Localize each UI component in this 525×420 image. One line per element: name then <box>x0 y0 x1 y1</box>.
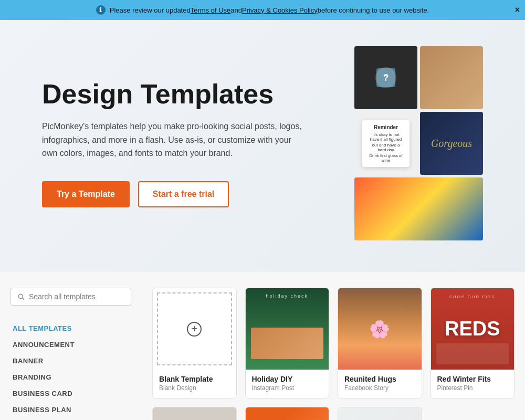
notification-banner: ℹ Please review our updated Terms of Use… <box>0 0 525 20</box>
template-card-city[interactable]: City Woman Collage Video <box>152 407 237 420</box>
reminder-line2: out and have a hard day <box>368 143 404 152</box>
hero-section: Design Templates PicMonkey's templates h… <box>0 20 525 272</box>
hero-image-sunset <box>354 177 483 240</box>
banner-text-before: Please review our updated <box>110 6 191 14</box>
hero-image-reminder: Reminder It's okay to not have it all fi… <box>354 112 417 175</box>
template-info-reds: Red Winter Fits Pinterest Pin <box>431 370 514 398</box>
reds-title: REDS <box>445 318 500 340</box>
template-subtitle-reds: Pinterest Pin <box>437 384 508 392</box>
reminder-title: Reminder <box>368 124 404 130</box>
reds-image-placeholder <box>436 343 509 364</box>
main-content: ALL TEMPLATES ANNOUNCEMENT BANNER BRANDI… <box>0 272 525 420</box>
page-title: Design Templates <box>42 79 304 109</box>
search-icon <box>17 293 25 300</box>
banner-text-after: before continuing to use our website. <box>318 6 429 14</box>
sidebar-item-all-templates[interactable]: ALL TEMPLATES <box>10 320 131 337</box>
reminder-line3: Drink first glass of wine <box>368 153 404 163</box>
sidebar-item-business-card[interactable]: BUSINESS CARD <box>10 385 131 402</box>
story-flower-icon: 🌸 <box>369 319 390 339</box>
template-thumb-reunited: 🌸 <box>338 288 422 370</box>
reminder-card: Reminder It's okay to not have it all fi… <box>362 120 410 167</box>
gorgeous-text: Gorgeous <box>431 138 472 150</box>
template-thumb-bottom-blue: 3 DAYS OF BUSINESS <box>338 407 422 420</box>
template-title-reunited: Reunited Hugs <box>344 375 415 383</box>
template-title-holiday: Holiday DIY <box>252 375 323 383</box>
templates-grid: + Blank Template Blank Design holiday ch… <box>142 272 525 420</box>
template-card-reunited[interactable]: 🌸 Reunited Hugs Facebook Story <box>338 288 422 398</box>
sidebar-navigation: ALL TEMPLATES ANNOUNCEMENT BANNER BRANDI… <box>10 320 131 418</box>
template-info-holiday: Holiday DIY Instagram Post <box>246 370 329 398</box>
template-thumb-blank: + <box>153 288 236 370</box>
sidebar-item-announcement[interactable]: ANNOUNCEMENT <box>10 337 131 353</box>
template-subtitle-holiday: Instagram Post <box>252 384 323 392</box>
hero-image-woman-right-top <box>420 46 483 109</box>
template-card-bottom-orange[interactable] <box>245 407 330 420</box>
try-template-button[interactable]: Try a Template <box>42 181 130 207</box>
template-thumb-city <box>153 407 236 420</box>
hero-image-gorgeous: Gorgeous <box>420 112 483 175</box>
search-input[interactable] <box>29 292 124 301</box>
template-thumb-reds: SHOP OUR FITS REDS <box>431 288 514 370</box>
template-thumb-holiday: holiday check <box>246 288 329 370</box>
template-card-blank[interactable]: + Blank Template Blank Design <box>152 288 237 398</box>
holiday-photo <box>251 328 324 359</box>
hero-images: ? Reminder It's okay to not have it all … <box>354 46 483 240</box>
sidebar-item-business-plan[interactable]: BUSINESS PLAN <box>10 402 131 418</box>
close-banner-button[interactable]: × <box>515 5 520 15</box>
start-trial-button[interactable]: Start a free trial <box>138 181 229 207</box>
template-subtitle-blank: Blank Design <box>159 384 230 392</box>
template-card-holiday[interactable]: holiday check Holiday DIY Instagram Post <box>245 288 330 398</box>
template-thumb-bottom-orange <box>246 407 329 420</box>
reminder-line1: It's okay to not have it all figured <box>368 132 404 142</box>
template-info-reunited: Reunited Hugs Facebook Story <box>338 370 422 398</box>
search-box[interactable] <box>10 288 131 306</box>
svg-line-1 <box>23 298 24 300</box>
template-card-reds[interactable]: SHOP OUR FITS REDS Red Winter Fits Pinte… <box>430 288 515 398</box>
holiday-top-text: holiday check <box>246 293 329 299</box>
blank-thumb: + <box>157 292 232 365</box>
terms-link[interactable]: Terms of Use <box>191 6 231 14</box>
reds-shop-label: SHOP OUR FITS <box>431 295 514 299</box>
privacy-link[interactable]: Privacy & Cookies Policy <box>242 6 318 14</box>
template-card-bottom-blue[interactable]: 3 DAYS OF BUSINESS <box>338 407 422 420</box>
template-info-blank: Blank Template Blank Design <box>153 370 236 398</box>
plus-icon: + <box>187 322 202 337</box>
template-subtitle-reunited: Facebook Story <box>344 384 415 392</box>
banner-text-middle: and <box>230 6 242 14</box>
sidebar-item-banner[interactable]: BANNER <box>10 353 131 369</box>
hero-image-makeup: ? <box>354 46 417 109</box>
template-title-blank: Blank Template <box>159 375 230 383</box>
sidebar-item-branding[interactable]: BRANDING <box>10 369 131 385</box>
hero-description: PicMonkey's templates help you make pro-… <box>42 120 304 160</box>
calendar-thumb-bg: 3 DAYS OF BUSINESS <box>338 407 422 420</box>
hero-content: Design Templates PicMonkey's templates h… <box>42 79 304 207</box>
orange-thumb-bg <box>246 407 329 420</box>
hero-buttons: Try a Template Start a free trial <box>42 181 304 207</box>
sidebar: ALL TEMPLATES ANNOUNCEMENT BANNER BRANDI… <box>0 272 142 420</box>
template-title-reds: Red Winter Fits <box>437 375 508 383</box>
svg-point-0 <box>18 294 23 298</box>
info-icon: ℹ <box>96 5 106 15</box>
